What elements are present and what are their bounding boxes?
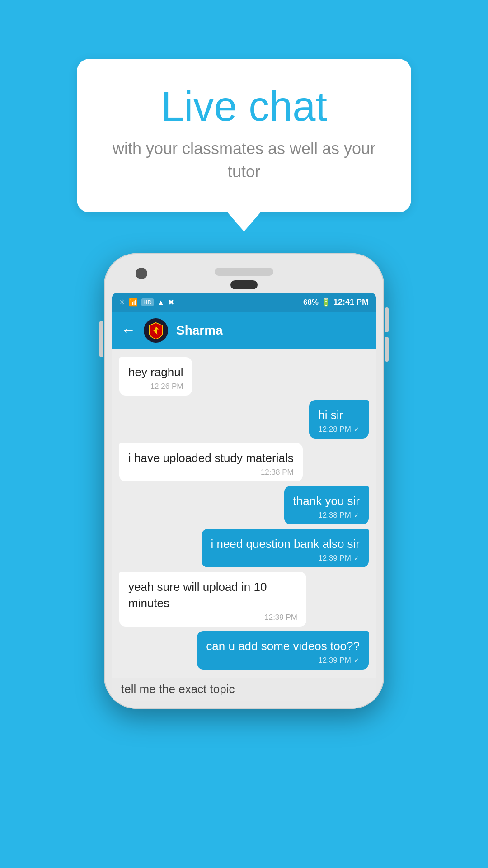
- message-time: 12:26 PM: [150, 382, 183, 391]
- phone-mockup: ✳ 📶 HD ▲ ✖ 68% 🔋 12:41 PM ←: [104, 253, 384, 709]
- status-bar-right-info: 68% 🔋 12:41 PM: [303, 297, 369, 307]
- bluetooth-icon: ✳: [119, 298, 125, 307]
- back-button[interactable]: ←: [121, 322, 136, 339]
- message-text: can u add some videos too??: [206, 638, 360, 654]
- message-time: 12:38 PM: [261, 468, 294, 477]
- wifi-icon: ▲: [157, 298, 164, 307]
- phone-camera: [136, 268, 147, 279]
- contact-name: Sharma: [176, 323, 223, 338]
- message-time: 12:39 PM: [318, 656, 351, 665]
- volume-up-button: [385, 307, 389, 332]
- phone-speaker: [215, 268, 273, 276]
- avatar: [144, 318, 168, 343]
- superman-logo-icon: [147, 322, 164, 339]
- battery-percent: 68%: [303, 298, 319, 307]
- chat-message: i have uploaded study materials12:38 PM: [119, 443, 303, 481]
- message-tick-icon: ✓: [354, 554, 360, 562]
- status-time: 12:41 PM: [333, 297, 369, 307]
- message-time: 12:39 PM: [264, 613, 297, 622]
- message-time: 12:28 PM: [318, 425, 351, 434]
- battery-icon: 🔋: [321, 297, 331, 307]
- message-tick-icon: ✓: [354, 511, 360, 519]
- message-tick-icon: ✓: [354, 656, 360, 665]
- message-text: i have uploaded study materials: [128, 450, 294, 466]
- phone-screen: ✳ 📶 HD ▲ ✖ 68% 🔋 12:41 PM ←: [112, 293, 376, 701]
- message-text: hey raghul: [128, 364, 183, 380]
- chat-messages-area: hey raghul12:26 PMhi sir12:28 PM✓i have …: [112, 349, 376, 678]
- phone-top-hardware: [112, 261, 376, 280]
- promo-card: Live chat with your classmates as well a…: [77, 59, 411, 212]
- promo-title: Live chat: [108, 84, 380, 129]
- status-bar: ✳ 📶 HD ▲ ✖ 68% 🔋 12:41 PM: [112, 293, 376, 312]
- message-time: 12:39 PM: [318, 554, 351, 563]
- network-icon: ✖: [168, 298, 174, 307]
- signal-icon: 📶: [129, 298, 138, 307]
- message-text: yeah sure will upload in 10 minutes: [128, 579, 297, 611]
- message-text: thank you sir: [293, 493, 360, 509]
- status-bar-left-icons: ✳ 📶 HD ▲ ✖: [119, 298, 174, 307]
- chat-message: thank you sir12:38 PM✓: [284, 486, 369, 524]
- chat-message: i need question bank also sir12:39 PM✓: [202, 529, 369, 567]
- chat-message: hi sir12:28 PM✓: [309, 400, 369, 439]
- hd-icon: HD: [141, 298, 154, 306]
- message-tick-icon: ✓: [354, 425, 360, 434]
- power-button: [99, 321, 103, 357]
- phone-home-sensor: [230, 280, 258, 289]
- cutoff-message: tell me the exact topic: [112, 678, 376, 701]
- volume-down-button: [385, 337, 389, 362]
- message-text: i need question bank also sir: [211, 536, 360, 552]
- chat-header: ← Sharma: [112, 312, 376, 349]
- chat-message: hey raghul12:26 PM: [119, 357, 192, 396]
- message-text: hi sir: [318, 407, 360, 423]
- chat-message: can u add some videos too??12:39 PM✓: [197, 631, 369, 670]
- chat-message: yeah sure will upload in 10 minutes12:39…: [119, 572, 306, 626]
- promo-subtitle: with your classmates as well as your tut…: [108, 137, 380, 183]
- message-time: 12:38 PM: [318, 511, 351, 520]
